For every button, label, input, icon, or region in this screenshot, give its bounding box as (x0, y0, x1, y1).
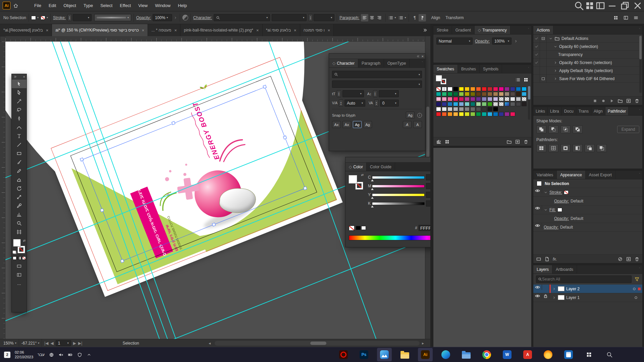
swatch[interactable] (447, 112, 452, 116)
action-dialog-cell[interactable] (540, 59, 547, 66)
layers-search-field[interactable] (536, 276, 632, 283)
swatch[interactable] (442, 107, 447, 111)
swatch[interactable] (510, 87, 515, 91)
swatch[interactable] (516, 97, 521, 101)
action-expand-icon[interactable] (553, 69, 557, 73)
close-tab-icon[interactable]: × (294, 28, 297, 33)
new-swatch-icon[interactable] (515, 139, 520, 144)
align-left-button[interactable] (361, 14, 368, 21)
home-icon[interactable] (13, 3, 18, 8)
swap-fill-stroke-icon[interactable]: ⇄ (23, 239, 25, 242)
layer2-expand-icon[interactable] (552, 287, 556, 291)
swatch[interactable] (482, 92, 487, 96)
tab-character[interactable]: ◇Character (329, 59, 358, 67)
taskbar-photos[interactable] (377, 348, 392, 361)
rotate-tool[interactable] (12, 184, 26, 193)
bullet-list-dropdown[interactable]: ▾ (388, 15, 396, 20)
align-panel-link[interactable]: Align (431, 15, 440, 20)
outline-button[interactable] (585, 144, 595, 152)
none-mode-button[interactable] (22, 256, 26, 260)
search-input[interactable] (542, 277, 630, 282)
swatch[interactable] (476, 97, 481, 101)
action-expand-icon[interactable] (549, 37, 553, 41)
swatch[interactable] (459, 92, 464, 96)
action-checkmark-cell[interactable] (533, 51, 540, 58)
object-visibility-eye-icon[interactable] (533, 223, 542, 228)
snap-glyph-button[interactable]: Ag (406, 112, 415, 119)
swap-colors-icon[interactable]: ⇄ (361, 173, 364, 177)
glyph-option-button-3[interactable]: Ag (353, 121, 362, 128)
swatch[interactable] (470, 107, 475, 111)
tab-overflow-icon[interactable] (420, 24, 430, 36)
swatch[interactable] (442, 102, 447, 106)
close-button[interactable] (631, 0, 644, 11)
zoom-dropdown[interactable]: 150%▾ (3, 341, 16, 346)
eyedropper-tool[interactable] (12, 201, 26, 210)
glyph-option-button-2[interactable]: Ax (342, 121, 351, 128)
stroke-opacity-label[interactable]: Opacity: (554, 199, 569, 203)
prev-artboard-button[interactable]: ◀ (51, 341, 54, 346)
menu-effect[interactable]: Effect (116, 0, 135, 11)
action-dialog-cell[interactable] (540, 67, 547, 74)
selection-tool[interactable] (12, 79, 26, 88)
tab-swatches[interactable]: Swatches (433, 65, 458, 73)
taskbar-search[interactable] (602, 348, 617, 361)
tab-libraries[interactable]: Libra (548, 107, 562, 115)
horizontal-scrollbar[interactable] (215, 341, 420, 346)
swatch[interactable] (470, 112, 475, 116)
cyan-slider[interactable] (372, 176, 425, 179)
show-hidden-icons-chevron[interactable] (87, 352, 92, 357)
eraser-tool[interactable] (12, 175, 26, 184)
expand-button[interactable]: Expand (617, 126, 639, 133)
font-family-search[interactable]: ▾ (214, 14, 270, 21)
horizontal-ruler[interactable] (5, 36, 425, 42)
clear-appearance-icon[interactable] (618, 256, 623, 262)
font-size-dropdown[interactable]: ▾ (342, 90, 364, 97)
appearance-stroke-label[interactable]: Stroke: (549, 190, 562, 195)
swatch[interactable] (476, 87, 481, 91)
horizontal-scroll-thumb[interactable] (310, 342, 326, 345)
magic-wand-tool[interactable] (12, 97, 26, 106)
swatches-fill-stroke-proxy[interactable] (436, 75, 446, 84)
ruler-corner[interactable] (0, 36, 5, 42)
glyph-option-button-5[interactable]: A (403, 121, 412, 128)
swatch-kinds-icon[interactable] (444, 139, 450, 144)
action-checkmark-cell[interactable] (533, 75, 540, 82)
swatch[interactable] (465, 112, 470, 116)
tab-align[interactable]: Align (591, 107, 605, 115)
transparency-opacity-dropdown[interactable]: 100%▾ (492, 38, 512, 45)
swatch[interactable] (465, 97, 470, 101)
swatch-pat[interactable] (493, 102, 498, 106)
grid-view-icon[interactable] (523, 77, 529, 82)
layer1-thumbnail[interactable] (558, 295, 565, 300)
layer-row-layer-1[interactable]: Layer 1 (533, 293, 642, 302)
record-icon[interactable] (601, 98, 606, 104)
layer1-expand-icon[interactable] (552, 296, 556, 300)
swatch[interactable] (482, 87, 487, 91)
minus-back-button[interactable] (597, 144, 607, 152)
notification-badge[interactable]: 2 (4, 352, 10, 358)
collapse-toolbar-icon[interactable] (13, 75, 17, 79)
opacity-more-icon[interactable] (173, 16, 177, 20)
width-profile-dropdown[interactable]: ▾ (94, 14, 131, 21)
list-view-icon[interactable] (515, 77, 521, 82)
vertical-ruler[interactable] (0, 42, 5, 339)
swatch[interactable] (516, 92, 521, 96)
artboard-tool[interactable] (12, 228, 26, 236)
swatch-pat[interactable] (499, 97, 504, 101)
new-color-group-icon[interactable] (506, 139, 512, 144)
swatch[interactable] (487, 87, 492, 91)
ltr-paragraph-button[interactable]: ¶ (411, 14, 419, 21)
battery-icon[interactable] (68, 352, 73, 357)
swatch[interactable] (493, 97, 498, 101)
gradient-mode-button[interactable] (17, 256, 21, 260)
appearance-fill-swatch[interactable] (557, 208, 562, 212)
menu-object[interactable]: Object (60, 0, 80, 11)
stroke-color-dropdown[interactable]: ▾ (41, 16, 48, 20)
fill-proxy[interactable] (349, 175, 357, 183)
unite-button[interactable] (536, 125, 546, 133)
swatch[interactable] (459, 102, 464, 106)
action-row-5[interactable]: Apply Default Style (selection) (533, 67, 642, 75)
action-dialog-cell[interactable] (540, 35, 547, 42)
opacity-dropdown[interactable]: 100%▾ (153, 14, 172, 21)
